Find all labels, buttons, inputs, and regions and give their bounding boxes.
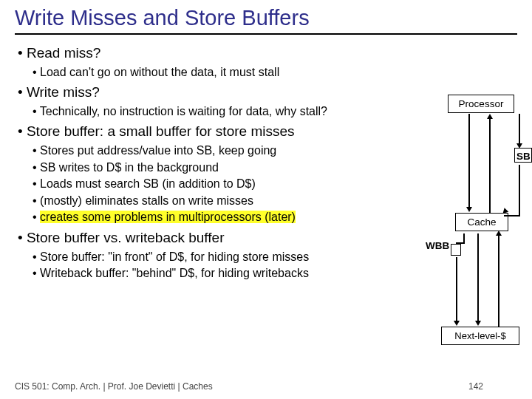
processor-box: Processor: [448, 95, 514, 113]
bullet-wbb-behind: Writeback buffer: "behind" D$, for hidin…: [31, 265, 417, 282]
bullet-write-miss: Write miss?: [15, 83, 417, 102]
bullet-store-buffer: Store buffer: a small buffer for store m…: [15, 122, 417, 141]
slide-footer: CIS 501: Comp. Arch. | Prof. Joe Deviett…: [15, 381, 517, 392]
bullet-load-stall: Load can't go on without the data, it mu…: [31, 64, 417, 81]
wbb-label: WBB: [426, 240, 449, 251]
bullet-why-stall: Technically, no instruction is waiting f…: [31, 103, 417, 120]
bullet-sb-writes: SB writes to D$ in the background: [31, 160, 417, 176]
footer-text: CIS 501: Comp. Arch. | Prof. Joe Deviett…: [15, 381, 213, 392]
bullet-mp-problems: creates some problems in multiprocessors…: [31, 209, 417, 225]
bullet-sb-put: Stores put address/value into SB, keep g…: [31, 143, 417, 159]
bullet-sb-vs-wbb: Store buffer vs. writeback buffer: [15, 228, 417, 248]
sb-box: SB: [514, 148, 532, 163]
bullet-eliminate-stalls: (mostly) eliminates stalls on write miss…: [31, 193, 417, 209]
slide-title: Write Misses and Store Buffers: [15, 6, 517, 35]
bullet-loads-search: Loads must search SB (in addition to D$): [31, 176, 417, 192]
bullet-sb-front: Store buffer: "in front" of D$, for hidi…: [31, 249, 417, 265]
slide-body: Read miss? Load can't go on without the …: [15, 44, 417, 282]
bullet-read-miss: Read miss?: [15, 44, 417, 63]
pipeline-diagram: Processor SB Cache WBB Next-level-$: [432, 95, 529, 361]
wbb-box: [451, 244, 461, 256]
next-level-box: Next-level-$: [441, 327, 519, 345]
page-number: 142: [468, 381, 483, 392]
cache-box: Cache: [455, 213, 508, 231]
